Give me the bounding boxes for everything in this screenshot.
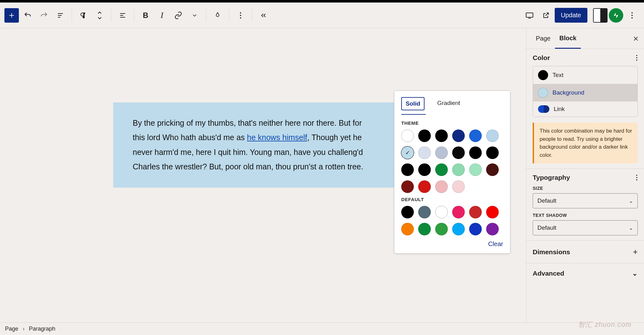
- align-button[interactable]: [115, 8, 130, 23]
- block-options-button[interactable]: [233, 8, 248, 23]
- chevron-down-icon: ⌄: [629, 198, 633, 204]
- view-button[interactable]: [522, 8, 537, 23]
- clear-color-button[interactable]: Clear: [401, 240, 503, 248]
- typography-options-button[interactable]: [636, 174, 638, 181]
- svg-point-23: [636, 179, 637, 180]
- default-swatch[interactable]: [452, 223, 465, 235]
- theme-swatch[interactable]: [401, 163, 414, 176]
- paragraph-icon[interactable]: [76, 8, 91, 23]
- jetpack-button[interactable]: [609, 8, 623, 23]
- top-more-options-button[interactable]: [625, 8, 640, 23]
- svg-point-9: [240, 15, 241, 16]
- default-swatch[interactable]: [469, 206, 482, 218]
- default-swatch[interactable]: [435, 223, 448, 235]
- color-tab-gradient[interactable]: Gradient: [433, 97, 464, 110]
- color-picker-popover: Solid Gradient THEME DEFAULT Clear: [394, 91, 510, 254]
- theme-swatch[interactable]: [418, 146, 431, 159]
- default-swatch[interactable]: [435, 206, 448, 218]
- background-color-swatch: [538, 88, 548, 98]
- theme-swatch[interactable]: [486, 129, 499, 142]
- advanced-panel-toggle[interactable]: Advanced ⌄: [526, 263, 644, 283]
- default-swatch[interactable]: [401, 223, 414, 235]
- more-rich-text-button[interactable]: [187, 8, 202, 23]
- separator: [134, 9, 134, 22]
- breadcrumb-separator-icon: ›: [23, 326, 25, 332]
- color-attr-text[interactable]: Text: [533, 66, 637, 84]
- update-button[interactable]: Update: [555, 8, 588, 23]
- theme-swatch[interactable]: [486, 163, 499, 176]
- redo-button[interactable]: [36, 8, 52, 23]
- default-swatch[interactable]: [486, 206, 499, 218]
- default-swatch[interactable]: [469, 223, 482, 235]
- tab-page[interactable]: Page: [531, 28, 555, 49]
- theme-swatch[interactable]: [418, 180, 431, 193]
- theme-swatch[interactable]: [435, 129, 448, 142]
- breadcrumb-root[interactable]: Page: [5, 326, 18, 332]
- update-button-label: Update: [561, 12, 581, 19]
- theme-swatch[interactable]: [401, 146, 414, 159]
- text-color-button[interactable]: [210, 8, 225, 23]
- default-swatch[interactable]: [452, 206, 465, 218]
- svg-point-21: [636, 175, 637, 176]
- bold-button[interactable]: B: [138, 8, 153, 23]
- add-block-button[interactable]: [4, 8, 19, 23]
- breadcrumb-leaf[interactable]: Paragraph: [29, 326, 55, 332]
- color-panel-options-button[interactable]: [636, 55, 638, 61]
- theme-swatch[interactable]: [435, 146, 448, 159]
- link-color-label: Link: [554, 106, 565, 113]
- theme-swatch[interactable]: [401, 129, 414, 142]
- svg-point-14: [631, 15, 633, 16]
- svg-point-18: [636, 55, 637, 56]
- theme-swatch[interactable]: [452, 129, 465, 142]
- theme-swatch[interactable]: [418, 129, 431, 142]
- italic-button[interactable]: I: [154, 8, 169, 23]
- text-shadow-select[interactable]: Default ⌄: [533, 220, 638, 235]
- theme-swatch[interactable]: [452, 180, 465, 193]
- close-sidebar-button[interactable]: [633, 36, 639, 42]
- default-swatch[interactable]: [418, 223, 431, 235]
- color-panel-title: Color: [533, 54, 550, 62]
- theme-swatch[interactable]: [452, 146, 465, 159]
- svg-point-22: [636, 177, 637, 178]
- dimensions-panel-toggle[interactable]: Dimensions +: [526, 241, 644, 263]
- font-size-select[interactable]: Default ⌄: [533, 193, 638, 208]
- color-tab-solid[interactable]: Solid: [401, 97, 425, 110]
- undo-button[interactable]: [20, 8, 35, 23]
- color-attr-link[interactable]: Link: [533, 102, 637, 117]
- default-swatches: [401, 206, 503, 235]
- default-swatch[interactable]: [401, 206, 414, 218]
- theme-swatch[interactable]: [452, 163, 465, 176]
- editor-canvas[interactable]: By the pricking of my thumbs, that's nei…: [0, 28, 526, 322]
- tab-block[interactable]: Block: [555, 28, 581, 49]
- paragraph-block[interactable]: By the pricking of my thumbs, that's nei…: [113, 102, 395, 188]
- theme-swatch[interactable]: [401, 180, 414, 193]
- default-swatch[interactable]: [418, 206, 431, 218]
- breadcrumb: Page › Paragraph: [0, 322, 644, 335]
- text-color-label: Text: [552, 72, 564, 79]
- separator: [72, 9, 72, 22]
- collapse-toolbar-button[interactable]: [256, 8, 271, 23]
- paragraph-link[interactable]: he knows himself: [247, 133, 307, 142]
- theme-swatch[interactable]: [435, 163, 448, 176]
- svg-point-19: [636, 57, 637, 58]
- default-swatch[interactable]: [486, 223, 499, 235]
- theme-swatch[interactable]: [486, 146, 499, 159]
- separator: [206, 9, 206, 22]
- text-color-swatch: [538, 70, 548, 80]
- chevron-down-icon: ⌄: [629, 225, 633, 231]
- theme-swatch[interactable]: [469, 163, 482, 176]
- color-attr-background[interactable]: Background: [533, 84, 637, 102]
- preview-external-button[interactable]: [538, 8, 553, 23]
- link-button[interactable]: [171, 8, 186, 23]
- move-handles-button[interactable]: [92, 8, 107, 23]
- theme-swatch[interactable]: [418, 163, 431, 176]
- text-shadow-label: TEXT SHADOW: [533, 213, 638, 218]
- sidebar-tabs: Page Block: [526, 28, 644, 49]
- separator: [111, 9, 111, 22]
- tab-underline: [401, 114, 426, 115]
- theme-swatch[interactable]: [469, 146, 482, 159]
- settings-sidebar-toggle[interactable]: [593, 8, 608, 23]
- theme-swatch[interactable]: [435, 180, 448, 193]
- document-overview-button[interactable]: [53, 8, 68, 23]
- theme-swatch[interactable]: [469, 129, 482, 142]
